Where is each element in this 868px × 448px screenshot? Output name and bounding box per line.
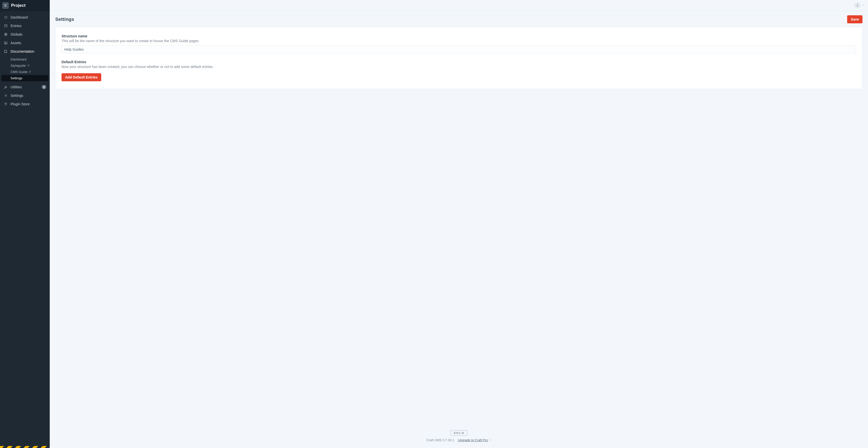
external-link-icon [27,70,31,74]
subnav-item-label: Dashboard [10,58,27,61]
save-button[interactable]: Save [847,15,863,23]
wrench-icon [3,85,8,89]
field-label: Structure name [62,34,856,38]
main: Settings Save Structure name This will b… [50,0,868,448]
sidebar-item-label: Documentation [10,49,34,54]
sidebar-item-assets[interactable]: Assets [0,39,50,47]
chevron-down-icon [862,3,865,7]
avatar [855,2,861,8]
sidebar-item-label: Plugin Store [10,102,30,106]
sidebar-item-entries[interactable]: Entries [0,22,50,30]
subnav-item-label: Settings [10,76,22,80]
entries-icon [3,24,8,28]
field-default-entries: Default Entries Now your structure has b… [62,60,856,69]
book-icon [3,49,8,54]
dev-mode-stripe [0,446,50,448]
user-menu[interactable] [855,2,865,8]
sidebar-item-label: Globals [10,32,22,36]
structure-name-input[interactable] [62,45,856,54]
page-title: Settings [55,16,74,22]
upgrade-link[interactable]: Upgrade to Craft Pro [458,438,492,442]
sidebar: C Project Dashboard Entries Globals Asse… [0,0,50,448]
svg-point-3 [5,42,5,43]
svg-rect-0 [4,25,7,27]
page-header: Settings Save [50,11,868,27]
gear-icon [3,93,8,98]
product-version: Craft CMS 3.7.30.1 [426,438,454,442]
plug-icon [3,102,8,106]
subnav-item-label: Styleguide [10,64,26,67]
field-help: Now your structure has been created, you… [62,65,856,69]
sidebar-item-label: Entries [10,24,22,28]
content: Structure name This will be the name of … [50,27,868,89]
field-label: Default Entries [62,60,856,64]
sidebar-item-documentation[interactable]: Documentation [0,47,50,56]
svg-point-4 [5,95,6,96]
sidebar-nav: Dashboard Entries Globals Assets Documen… [0,11,50,448]
topbar [50,0,868,11]
dashboard-icon [3,15,8,20]
sidebar-item-settings[interactable]: Settings [0,91,50,100]
globals-icon [3,32,8,37]
subnav-item-doc-cmsguide[interactable]: CMS Guide [0,69,50,75]
subnav-documentation: Dashboard Styleguide CMS Guide Settings [0,56,50,83]
sidebar-item-globals[interactable]: Globals [0,30,50,39]
sidebar-item-label: Assets [10,41,21,45]
badge-count: 2 [42,85,46,89]
assets-icon [3,41,8,45]
subnav-item-doc-styleguide[interactable]: Styleguide [0,63,50,69]
sidebar-item-dashboard[interactable]: Dashboard [0,13,50,22]
sparkle-icon [489,438,492,442]
sidebar-item-label: Dashboard [10,15,28,19]
sidebar-item-label: Settings [10,94,23,98]
site-name: Project [11,3,26,8]
sidebar-item-plugin-store[interactable]: Plugin Store [0,100,50,108]
settings-card: Structure name This will be the name of … [55,27,863,89]
edition-badge: SOLO [450,430,467,436]
field-structure-name: Structure name This will be the name of … [62,34,856,54]
add-default-entries-button[interactable]: Add Default Entries [62,73,101,81]
sidebar-item-utilities[interactable]: Utilities 2 [0,83,50,91]
upgrade-link-label: Upgrade to Craft Pro [458,438,488,442]
svg-point-5 [857,4,858,5]
sidebar-item-label: Utilities [10,85,22,89]
subnav-item-doc-settings[interactable]: Settings [1,75,48,81]
footer: SOLO Craft CMS 3.7.30.1 Upgrade to Craft… [50,423,868,448]
subnav-item-label: CMS Guide [10,70,27,74]
field-help: This will be the name of the structure y… [62,39,856,43]
subnav-item-doc-dashboard[interactable]: Dashboard [0,56,50,63]
sidebar-header[interactable]: C Project [0,0,50,11]
external-link-icon [26,64,30,67]
site-badge: C [2,2,9,9]
